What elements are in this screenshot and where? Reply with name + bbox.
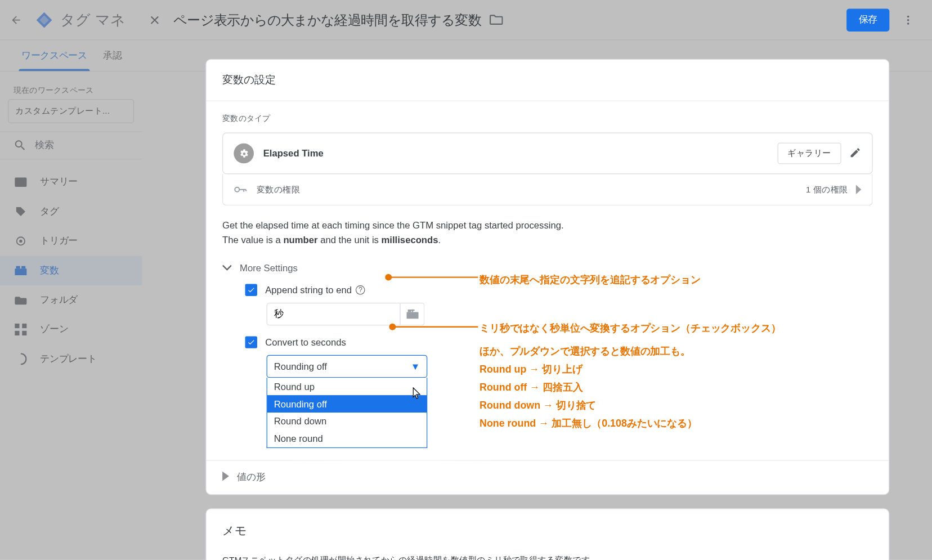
gallery-button[interactable]: ギャラリー [778,142,841,164]
more-menu-button[interactable] [895,7,922,34]
key-icon [234,186,247,194]
memo-header: メモ [207,509,889,552]
value-format-toggle[interactable]: 値の形 [207,460,889,494]
svg-point-13 [235,187,239,192]
variable-type-name: Elapsed Time [263,148,778,159]
append-string-input[interactable] [267,303,401,325]
rounding-option-none[interactable]: None round [267,430,427,447]
append-string-label: Append string to end [265,284,352,295]
annotation-convert: ミリ秒ではなく秒単位へ変換するオプション（チェックボックス） [480,319,781,337]
chevron-right-icon [222,472,229,483]
append-string-checkbox[interactable] [245,284,257,295]
svg-point-10 [907,16,909,18]
variable-type-label: 変数のタイプ [222,113,872,124]
help-icon[interactable]: ? [356,285,365,295]
svg-point-12 [907,23,909,25]
edit-icon[interactable] [849,146,861,160]
permissions-count: 1 個の権限 [806,183,848,195]
chevron-down-icon [222,262,232,273]
cursor-icon [413,387,422,399]
svg-rect-17 [410,310,414,311]
annotation-rounding-info: ほか、プルダウンで選択すると数値の加工も。 Round up → 切り上げ Ro… [480,342,697,432]
variable-insert-button[interactable] [401,303,425,325]
folder-move-icon[interactable] [490,12,503,28]
rounding-dropdown-list: Round up Rounding off Round down None ro… [267,378,428,448]
rounding-select[interactable]: Rounding off ▼ [267,355,428,377]
permissions-label: 変数の権限 [257,183,806,195]
chevron-right-icon [854,185,861,194]
variable-name-title[interactable]: ページ表示からの大まかな経過時間を取得する変数 [173,11,481,29]
permissions-row[interactable]: 変数の権限 1 個の権限 [222,174,872,205]
description-line-2: The value is a number and the unit is mi… [222,232,872,248]
close-button[interactable] [141,7,168,34]
rounding-option-down[interactable]: Round down [267,413,427,430]
gear-icon [234,144,254,164]
svg-rect-14 [406,312,418,319]
rounding-option-up[interactable]: Round up [267,378,427,395]
config-section-header: 変数の設定 [207,60,889,101]
rounding-option-off[interactable]: Rounding off [267,395,427,413]
annotation-append: 数値の末尾へ指定の文字列を追記するオプション [480,271,701,289]
svg-point-11 [907,19,909,21]
variable-type-row[interactable]: Elapsed Time ギャラリー [222,133,872,174]
convert-seconds-checkbox[interactable] [245,336,257,348]
dropdown-arrow-icon: ▼ [411,361,420,371]
memo-body: GTMスニペットタグの処理が開始されてからの経過時間を数値型のミリ秒で取得する変… [207,552,889,560]
save-button[interactable]: 保存 [846,8,889,31]
svg-point-20 [389,324,396,330]
convert-seconds-label: Convert to seconds [265,337,346,347]
description-line-1: Get the elapsed time at each timing sinc… [222,218,872,233]
svg-point-18 [385,274,392,281]
